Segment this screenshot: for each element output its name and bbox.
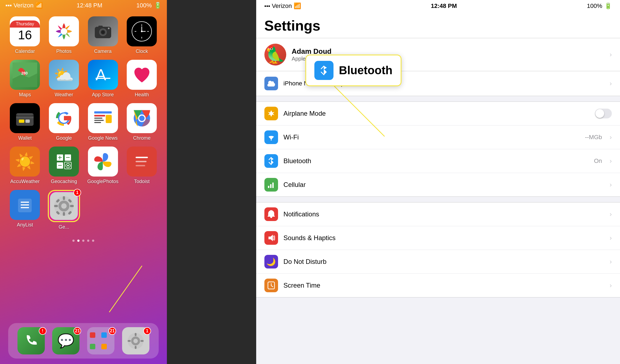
screentime-icon <box>264 279 278 292</box>
calendar-day: Thursday <box>10 20 40 28</box>
left-status-bar: ▪▪▪ Verizon 📶 12:48 PM 100% 🔋 <box>0 0 167 11</box>
left-carrier: Verizon <box>13 2 33 9</box>
folder-icon-2 <box>101 332 107 338</box>
row-screentime[interactable]: Screen Time › <box>256 274 620 297</box>
app-icon-accuweather[interactable]: ☀️ AccuWeather <box>8 147 42 184</box>
app-icon-photos[interactable]: Photos <box>47 16 81 54</box>
bluetooth-icon-settings <box>264 154 278 168</box>
weather-emoji: ⛅ <box>54 65 74 85</box>
dot-3[interactable] <box>87 240 89 242</box>
svg-rect-70 <box>128 340 131 342</box>
cellular-icon <box>264 178 278 192</box>
svg-text:A: A <box>96 66 106 83</box>
app-icon-wallet[interactable]: Wallet <box>8 103 42 141</box>
right-phone: ▪▪▪ Verizon 📶 12:48 PM 100% 🔋 Settings B… <box>256 0 620 364</box>
app-icon-maps[interactable]: 280 Maps <box>8 60 42 98</box>
wallet-icon-svg <box>14 107 36 129</box>
app-label-geocaching: Geocaching <box>51 179 77 184</box>
right-battery-icon: 🔋 <box>604 2 612 10</box>
airplane-toggle[interactable] <box>595 109 612 118</box>
settings-icon-svg <box>53 195 75 217</box>
app-icon-weather[interactable]: ⛅ Weather <box>47 60 81 98</box>
wifi-chevron: › <box>610 133 612 141</box>
app-icon-google[interactable]: Google <box>47 103 81 141</box>
row-sounds[interactable]: Sounds & Haptics › <box>256 226 620 250</box>
svg-rect-25 <box>19 120 24 123</box>
bluetooth-tooltip-icon <box>314 61 333 80</box>
app-icon-health[interactable]: Health <box>125 60 159 98</box>
notifications-icon-svg <box>268 210 275 218</box>
page-dots <box>0 240 167 242</box>
svg-rect-77 <box>272 183 274 188</box>
dock-app-folder[interactable]: 21 <box>87 327 114 354</box>
bluetooth-tooltip-label: Bluetooth <box>339 64 392 77</box>
app-icon-camera[interactable]: Camera <box>86 16 120 54</box>
screentime-label: Screen Time <box>284 282 604 289</box>
dock-app-messages[interactable]: 💬 21 <box>52 327 79 354</box>
profile-chevron: › <box>610 51 612 58</box>
todoist-icon-svg <box>132 152 151 171</box>
dot-1[interactable] <box>77 240 79 242</box>
app-icon-chrome[interactable]: Chrome <box>125 103 159 141</box>
dot-2[interactable] <box>82 240 84 242</box>
row-cellular[interactable]: Cellular › <box>256 173 620 196</box>
right-wifi-icon: 📶 <box>294 2 301 10</box>
cellular-label: Cellular <box>284 181 604 189</box>
phone-dock-icon <box>23 333 39 348</box>
left-phone: ▪▪▪ Verizon 📶 12:48 PM 100% 🔋 Thursday 1… <box>0 0 167 364</box>
dock: ! 💬 21 21 <box>8 323 159 359</box>
svg-rect-76 <box>270 184 271 188</box>
svg-rect-58 <box>63 212 65 216</box>
svg-line-81 <box>271 286 273 287</box>
app-icon-settings[interactable]: 1 Ge... <box>47 190 81 230</box>
airplane-icon <box>264 107 278 120</box>
sounds-label: Sounds & Haptics <box>284 234 604 242</box>
app-label-accuweather: AccuWeather <box>10 179 40 184</box>
sounds-chevron: › <box>610 234 612 242</box>
row-donotdisturb[interactable]: 🌙 Do Not Disturb › <box>256 250 620 274</box>
app-icon-calendar[interactable]: Thursday 16 Calendar <box>8 16 42 54</box>
avatar-emoji: 🦜 <box>265 45 285 64</box>
svg-rect-68 <box>135 333 137 336</box>
anylist-icon-svg <box>15 195 34 214</box>
svg-rect-32 <box>94 122 101 123</box>
airplane-toggle-knob <box>595 109 604 118</box>
svg-rect-71 <box>141 340 144 342</box>
app-icon-appstore[interactable]: A App Store <box>86 60 120 98</box>
right-status-bar: ▪▪▪ Verizon 📶 12:48 PM 100% 🔋 <box>256 0 620 12</box>
messages-badge: 21 <box>73 327 81 335</box>
dot-0[interactable] <box>72 240 75 242</box>
left-carrier-signal: ▪▪▪ Verizon 📶 <box>5 2 43 9</box>
empty-slot-2 <box>125 190 155 220</box>
app-icon-googlenews[interactable]: Google News <box>86 103 120 141</box>
app-icon-clock[interactable]: Clock <box>125 16 159 54</box>
notifications-label: Notifications <box>284 210 604 218</box>
svg-point-74 <box>271 139 272 141</box>
wifi-icon: 📶 <box>35 2 43 9</box>
appstore-icon-svg: A <box>93 65 113 84</box>
settings-title-section: Settings <box>256 12 620 38</box>
app-label-camera: Camera <box>94 49 112 54</box>
app-icon-todoist[interactable]: Todoist <box>125 147 159 184</box>
row-bluetooth[interactable]: Bluetooth On › <box>256 149 620 173</box>
right-signal: ▪▪▪ <box>264 3 270 9</box>
row-airplane[interactable]: Airplane Mode <box>256 102 620 126</box>
airplane-icon-svg <box>267 110 275 117</box>
chrome-icon-svg <box>132 108 152 129</box>
app-label-clock: Clock <box>136 49 148 54</box>
folder-icon-3 <box>90 344 95 349</box>
left-battery: 100% 🔋 <box>136 2 161 9</box>
app-icon-googlephotos[interactable]: GooglePhotos <box>86 147 120 184</box>
row-wifi[interactable]: Wi-Fi --MGb › <box>256 126 620 149</box>
geocaching-icon-svg <box>54 152 73 171</box>
donotdisturb-chevron: › <box>610 258 612 265</box>
row-notifications[interactable]: Notifications › <box>256 202 620 226</box>
dock-app-phone[interactable]: ! <box>17 327 45 354</box>
app-icon-geocaching[interactable]: Geocaching <box>47 147 81 184</box>
app-icon-anylist[interactable]: AnyList <box>8 190 42 230</box>
dot-4[interactable] <box>92 240 94 242</box>
wifi-icon-settings <box>264 130 278 144</box>
phone-badge: ! <box>39 327 46 335</box>
dock-app-settings[interactable]: 1 <box>122 327 149 354</box>
app-label-googlenews: Google News <box>88 135 118 141</box>
